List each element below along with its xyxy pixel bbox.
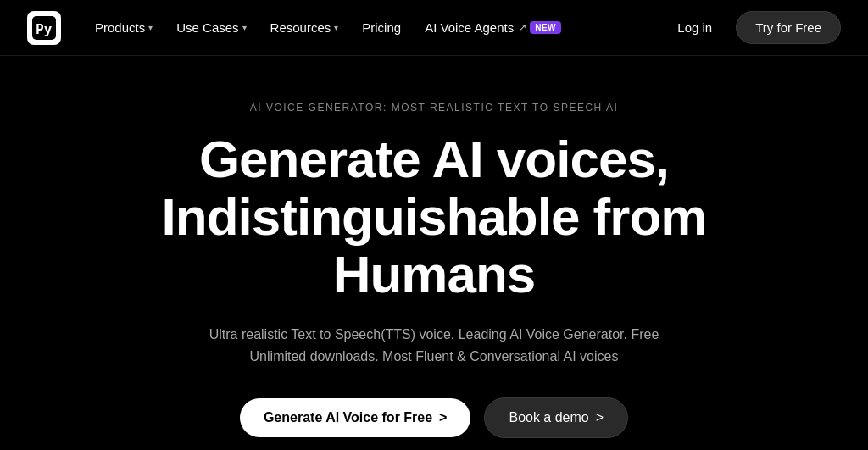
- new-badge: NEW: [530, 21, 561, 34]
- svg-text:Py: Py: [36, 21, 53, 37]
- nav-left: Py Products ▾ Use Cases ▾ Resources ▾ Pr…: [27, 11, 571, 45]
- nav-right: Log in Try for Free: [667, 11, 841, 44]
- hero-title: Generate AI voices, Indistinguishable fr…: [103, 131, 765, 304]
- nav-ai-voice-agents[interactable]: AI Voice Agents ↗ NEW: [415, 14, 571, 42]
- nav-use-cases[interactable]: Use Cases ▾: [166, 14, 256, 42]
- secondary-arrow-icon: >: [596, 410, 604, 425]
- hero-buttons: Generate AI Voice for Free > Book a demo…: [240, 397, 628, 438]
- logo[interactable]: Py: [27, 11, 61, 45]
- book-demo-button[interactable]: Book a demo >: [484, 397, 628, 438]
- try-for-free-button[interactable]: Try for Free: [736, 11, 841, 44]
- ai-agents-number: ↗: [519, 22, 526, 33]
- nav-resources[interactable]: Resources ▾: [260, 14, 349, 42]
- primary-arrow-icon: >: [439, 410, 447, 425]
- login-button[interactable]: Log in: [667, 14, 722, 42]
- generate-voice-button[interactable]: Generate AI Voice for Free >: [240, 398, 471, 437]
- nav-pricing[interactable]: Pricing: [352, 14, 411, 42]
- hero-subtitle: Ultra realistic Text to Speech(TTS) voic…: [205, 324, 663, 367]
- nav-links: Products ▾ Use Cases ▾ Resources ▾ Prici…: [85, 14, 571, 42]
- resources-chevron-icon: ▾: [334, 23, 338, 32]
- products-chevron-icon: ▾: [148, 23, 153, 32]
- hero-section: AI VOICE GENERATOR: MOST REALISTIC TEXT …: [0, 56, 868, 450]
- use-cases-chevron-icon: ▾: [242, 23, 247, 32]
- hero-eyebrow: AI VOICE GENERATOR: MOST REALISTIC TEXT …: [250, 102, 619, 114]
- nav-products[interactable]: Products ▾: [85, 14, 163, 42]
- navbar: Py Products ▾ Use Cases ▾ Resources ▾ Pr…: [0, 0, 868, 56]
